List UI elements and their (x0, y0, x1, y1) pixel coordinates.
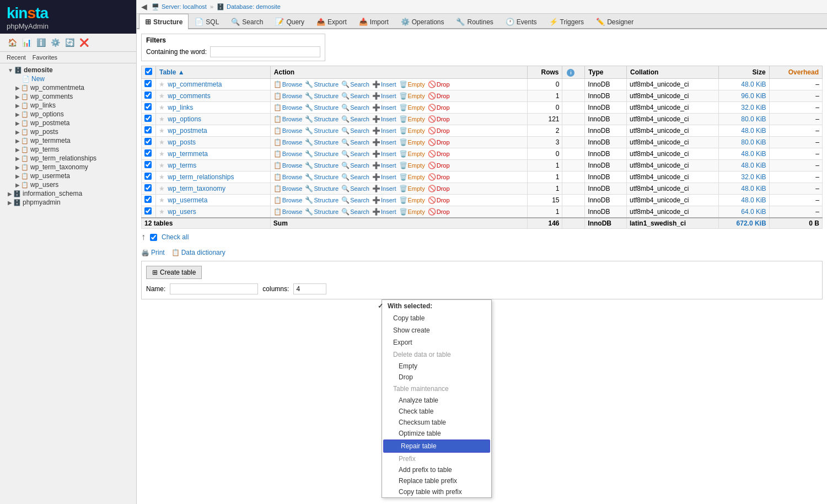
structure-link-2[interactable]: 🔧 Structure (305, 104, 339, 111)
drop-link-10[interactable]: 🚫 Drop (428, 196, 450, 204)
empty-link-1[interactable]: 🗑️ Empty (399, 92, 425, 100)
browse-link-7[interactable]: 📋 Browse (273, 162, 303, 169)
drop-link-9[interactable]: 🚫 Drop (428, 185, 450, 192)
columns-input[interactable] (293, 283, 326, 294)
dropdown-copy-prefix[interactable]: Copy table with prefix (382, 486, 491, 497)
dropdown-empty[interactable]: Empty (382, 361, 491, 372)
drop-link-0[interactable]: 🚫 Drop (428, 81, 450, 88)
structure-link-3[interactable]: 🔧 Structure (305, 115, 339, 123)
chart-icon[interactable]: 📊 (21, 37, 32, 48)
empty-link-8[interactable]: 🗑️ Empty (399, 173, 425, 181)
star-icon-4[interactable]: ★ (159, 127, 165, 135)
table-name-input[interactable] (170, 283, 258, 294)
tab-structure[interactable]: ⊞ Structure (139, 14, 189, 29)
star-icon-3[interactable]: ★ (159, 115, 165, 123)
sidebar-item-wp-usermeta[interactable]: ▶ 📋 wp_usermeta (0, 171, 136, 180)
browse-link-11[interactable]: 📋 Browse (273, 208, 303, 216)
structure-link-6[interactable]: 🔧 Structure (305, 150, 339, 158)
sidebar-item-wp-posts[interactable]: ▶ 📋 wp_posts (0, 127, 136, 136)
dropdown-checksum-table[interactable]: Checksum table (382, 417, 491, 428)
row-checkbox-0[interactable] (144, 80, 152, 87)
dropdown-check-table[interactable]: Check table (382, 406, 491, 417)
structure-link-7[interactable]: 🔧 Structure (305, 162, 339, 169)
db-label[interactable]: Database: demosite (227, 3, 281, 10)
dropdown-drop[interactable]: Drop (382, 372, 491, 383)
search-link-7[interactable]: 🔍 Search (341, 162, 369, 169)
row-checkbox-10[interactable] (144, 196, 152, 203)
search-link-5[interactable]: 🔍 Search (341, 138, 369, 146)
table-name-link-9[interactable]: wp_term_taxonomy (168, 185, 225, 192)
server-label[interactable]: Server: localhost (162, 3, 207, 10)
table-name-link-6[interactable]: wp_termmeta (168, 150, 208, 158)
insert-link-8[interactable]: ➕ Insert (372, 173, 396, 181)
drop-link-8[interactable]: 🚫 Drop (428, 173, 450, 181)
tab-events[interactable]: 🕐 Events (500, 14, 543, 29)
row-checkbox-1[interactable] (144, 92, 152, 99)
star-icon-10[interactable]: ★ (159, 196, 165, 204)
insert-link-9[interactable]: ➕ Insert (372, 185, 396, 192)
browse-link-5[interactable]: 📋 Browse (273, 138, 303, 146)
select-all-checkbox[interactable] (145, 68, 152, 75)
row-checkbox-11[interactable] (144, 207, 152, 215)
table-name-link-3[interactable]: wp_options (168, 115, 201, 123)
search-link-3[interactable]: 🔍 Search (341, 115, 369, 123)
dropdown-analyze-table[interactable]: Analyze table (382, 395, 491, 406)
tab-routines[interactable]: 🔧 Routines (450, 14, 499, 29)
star-icon-0[interactable]: ★ (159, 81, 165, 88)
insert-link-1[interactable]: ➕ Insert (372, 92, 396, 100)
drop-link-7[interactable]: 🚫 Drop (428, 162, 450, 169)
insert-link-6[interactable]: ➕ Insert (372, 150, 396, 158)
empty-link-0[interactable]: 🗑️ Empty (399, 81, 425, 88)
favorites-link[interactable]: Favorites (33, 54, 57, 61)
check-all-checkbox-bottom[interactable] (150, 234, 157, 241)
info-icon[interactable]: ℹ️ (35, 37, 46, 48)
structure-link-5[interactable]: 🔧 Structure (305, 138, 339, 146)
tab-operations[interactable]: ⚙️ Operations (395, 14, 450, 29)
sidebar-item-wp-termmeta[interactable]: ▶ 📋 wp_termmeta (0, 136, 136, 145)
structure-link-10[interactable]: 🔧 Structure (305, 196, 339, 204)
col-table[interactable]: Table ▲ (156, 66, 271, 79)
insert-link-7[interactable]: ➕ Insert (372, 162, 396, 169)
back-button[interactable]: ◀ (141, 2, 147, 11)
sidebar-item-wp-comments[interactable]: ▶ 📋 wp_comments (0, 92, 136, 101)
rows-info-icon[interactable]: i (567, 69, 574, 77)
row-checkbox-5[interactable] (144, 138, 152, 145)
check-all-btn[interactable]: Check all (162, 233, 189, 241)
create-table-button[interactable]: ⊞ Create table (146, 266, 202, 279)
browse-link-1[interactable]: 📋 Browse (273, 92, 303, 100)
row-checkbox-3[interactable] (144, 115, 152, 122)
row-checkbox-7[interactable] (144, 161, 152, 168)
table-name-link-2[interactable]: wp_links (168, 104, 193, 111)
structure-link-1[interactable]: 🔧 Structure (305, 92, 339, 100)
dropdown-copy-table[interactable]: Copy table (382, 312, 491, 324)
structure-link-8[interactable]: 🔧 Structure (305, 173, 339, 181)
row-checkbox-4[interactable] (144, 126, 152, 133)
dropdown-add-prefix[interactable]: Add prefix to table (382, 464, 491, 475)
sidebar-item-information-schema[interactable]: ▶ 🗄️ information_schema (0, 189, 136, 198)
dropdown-replace-prefix[interactable]: Replace table prefix (382, 475, 491, 486)
empty-link-9[interactable]: 🗑️ Empty (399, 185, 425, 192)
search-link-1[interactable]: 🔍 Search (341, 92, 369, 100)
sidebar-item-demosite[interactable]: ▼ 🗄️ demosite (0, 66, 136, 74)
browse-link-10[interactable]: 📋 Browse (273, 196, 303, 204)
insert-link-2[interactable]: ➕ Insert (372, 104, 396, 111)
sidebar-item-wp-users[interactable]: ▶ 📋 wp_users (0, 180, 136, 189)
row-checkbox-6[interactable] (144, 149, 152, 157)
drop-link-3[interactable]: 🚫 Drop (428, 115, 450, 123)
tab-designer[interactable]: ✏️ Designer (590, 14, 640, 29)
browse-link-8[interactable]: 📋 Browse (273, 173, 303, 181)
dropdown-repair-table[interactable]: Repair table (384, 441, 489, 452)
sidebar-item-wp-terms[interactable]: ▶ 📋 wp_terms (0, 145, 136, 154)
drop-link-1[interactable]: 🚫 Drop (428, 92, 450, 100)
drop-link-6[interactable]: 🚫 Drop (428, 150, 450, 158)
home-icon[interactable]: 🏠 (7, 37, 18, 48)
browse-link-9[interactable]: 📋 Browse (273, 185, 303, 192)
star-icon-9[interactable]: ★ (159, 185, 165, 192)
empty-link-5[interactable]: 🗑️ Empty (399, 138, 425, 146)
filter-input[interactable] (210, 46, 320, 57)
scroll-up-icon[interactable]: ↑ (141, 232, 146, 242)
tab-query[interactable]: 📝 Query (269, 14, 310, 29)
search-link-10[interactable]: 🔍 Search (341, 196, 369, 204)
browse-link-3[interactable]: 📋 Browse (273, 115, 303, 123)
search-link-9[interactable]: 🔍 Search (341, 185, 369, 192)
